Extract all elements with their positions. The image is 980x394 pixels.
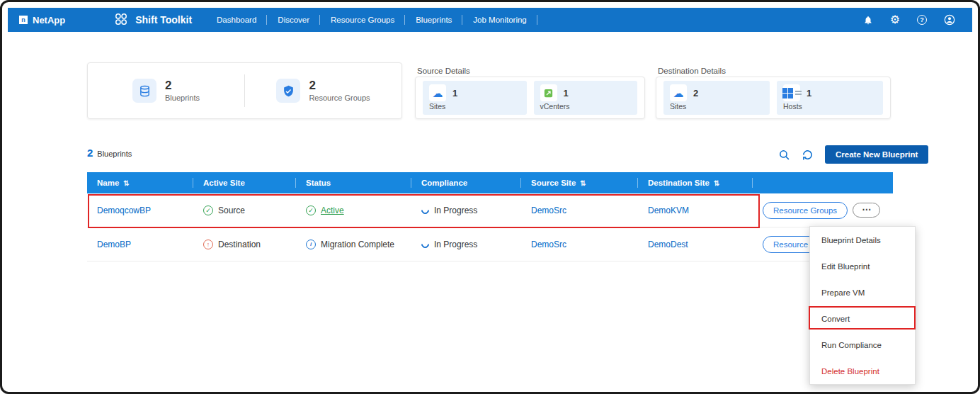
- blueprint-name-link[interactable]: DemoqcowBP: [97, 206, 151, 215]
- column-header-source-site[interactable]: Source Site ⇅: [521, 172, 638, 193]
- menu-item-convert[interactable]: Convert: [810, 305, 915, 332]
- resource-groups-shield-icon: [276, 79, 300, 103]
- blueprints-database-icon: [132, 79, 156, 103]
- compliance-value: In Progress: [434, 240, 477, 249]
- active-site-value: Destination: [218, 240, 261, 249]
- active-site-source-check-icon: ✓: [203, 206, 213, 215]
- nav-item-job-monitoring[interactable]: Job Monitoring: [462, 8, 537, 32]
- source-sites-count: 1: [452, 88, 457, 98]
- column-header-compliance: Compliance: [411, 172, 521, 193]
- netapp-logo: n NetApp: [19, 15, 65, 26]
- nav-item-resource-groups[interactable]: Resource Groups: [320, 8, 405, 32]
- summary-stats-card: 2 Blueprints 2 Resource Groups: [87, 62, 402, 119]
- menu-item-edit-blueprint[interactable]: Edit Blueprint: [810, 253, 915, 279]
- source-site-link[interactable]: DemoSrc: [531, 240, 566, 249]
- help-icon[interactable]: ?: [917, 15, 927, 25]
- status-value: Migration Complete: [321, 240, 394, 249]
- menu-item-run-compliance[interactable]: Run Compliance: [810, 332, 915, 358]
- compliance-value: In Progress: [434, 206, 477, 215]
- blueprints-list-count: 2: [87, 147, 93, 159]
- refresh-icon[interactable]: [802, 149, 814, 161]
- main-nav: Dashboard Discover Resource Groups Bluep…: [206, 8, 537, 32]
- compliance-progress-spinner-icon: [420, 239, 431, 250]
- resource-groups-count-label: Resource Groups: [309, 94, 370, 102]
- cloud-site-icon: ☁: [429, 84, 446, 101]
- blueprints-count: 2: [165, 79, 200, 93]
- source-site-link[interactable]: DemoSrc: [531, 206, 566, 215]
- status-info-icon: i: [306, 240, 316, 249]
- settings-gear-icon[interactable]: ⚙: [890, 14, 900, 26]
- source-details-title: Source Details: [417, 67, 470, 75]
- resource-groups-button[interactable]: Resource Groups: [763, 202, 848, 219]
- hyperv-windows-icon: [783, 84, 800, 101]
- app-window: n NetApp Shift Toolkit Dashboard Discove…: [0, 0, 980, 394]
- table-row-demobp: DemoBP ↑ Destination i Migration Complet…: [87, 227, 893, 261]
- status-active-link[interactable]: Active: [321, 206, 344, 215]
- destination-site-link[interactable]: DemoKVM: [648, 206, 689, 215]
- user-account-icon[interactable]: [944, 14, 955, 26]
- sort-icon[interactable]: ⇅: [123, 179, 129, 187]
- destination-sites-tile: ☁ 2 Sites: [663, 81, 770, 115]
- destination-hosts-tile: 1 Hosts: [777, 81, 883, 115]
- row-actions-ellipsis-button[interactable]: ⋯: [853, 203, 880, 218]
- table-row-demoqcowbp: DemoqcowBP ✓ Source ✓ Active In Progress…: [87, 193, 893, 227]
- notifications-bell-icon[interactable]: [863, 15, 873, 26]
- destination-hosts-count: 1: [807, 88, 811, 98]
- row-actions-context-menu: Blueprint Details Edit Blueprint Prepare…: [809, 226, 916, 385]
- active-site-destination-icon: ↑: [203, 240, 213, 249]
- resource-groups-stat: 2 Resource Groups: [245, 79, 401, 103]
- cloud-site-icon: ☁: [670, 84, 687, 101]
- blueprints-stat: 2 Blueprints: [88, 79, 244, 103]
- column-header-actions: [753, 172, 893, 193]
- menu-item-prepare-vm[interactable]: Prepare VM: [810, 279, 915, 305]
- destination-sites-count: 2: [693, 88, 698, 98]
- sort-icon[interactable]: ⇅: [580, 179, 586, 187]
- shift-toolkit-icon: [113, 11, 129, 29]
- blueprints-list-header: 2 Blueprints: [87, 147, 132, 159]
- column-header-active-site: Active Site: [193, 172, 296, 193]
- destination-sites-label: Sites: [670, 102, 763, 111]
- topbar-actions: ⚙ ?: [863, 14, 955, 26]
- netapp-logo-icon: n: [19, 16, 28, 24]
- app-title-text: Shift Toolkit: [135, 14, 192, 26]
- source-sites-label: Sites: [429, 102, 520, 111]
- top-navigation-bar: n NetApp Shift Toolkit Dashboard Discove…: [8, 8, 972, 32]
- blueprints-count-label: Blueprints: [165, 94, 200, 102]
- vcenter-icon: [540, 84, 557, 101]
- app-title: Shift Toolkit: [113, 11, 192, 29]
- blueprints-list-controls: Create New Blueprint: [778, 145, 928, 164]
- column-header-status: Status: [296, 172, 411, 193]
- destination-details-card: ☁ 2 Sites 1 Hosts: [656, 77, 891, 119]
- sort-icon[interactable]: ⇅: [714, 179, 719, 187]
- menu-item-blueprint-details[interactable]: Blueprint Details: [810, 227, 915, 253]
- source-vcenters-count: 1: [564, 88, 569, 98]
- resource-groups-count: 2: [309, 79, 370, 93]
- search-icon[interactable]: [778, 149, 790, 161]
- destination-details-title: Destination Details: [658, 67, 726, 75]
- blueprints-list-label: Blueprints: [97, 150, 132, 158]
- source-details-card: ☁ 1 Sites 1 vCenters: [415, 77, 645, 119]
- nav-item-dashboard[interactable]: Dashboard: [206, 8, 267, 32]
- status-check-icon: ✓: [306, 206, 316, 215]
- destination-hosts-label: Hosts: [783, 102, 877, 111]
- source-vcenters-label: vCenters: [540, 102, 632, 111]
- menu-item-delete-blueprint[interactable]: Delete Blueprint: [810, 358, 915, 384]
- column-header-destination-site[interactable]: Destination Site ⇅: [638, 172, 753, 193]
- source-vcenters-tile: 1 vCenters: [534, 81, 638, 115]
- blueprint-name-link[interactable]: DemoBP: [97, 240, 131, 249]
- destination-site-link[interactable]: DemoDest: [648, 240, 688, 249]
- column-header-name[interactable]: Name ⇅: [87, 172, 193, 193]
- create-new-blueprint-button[interactable]: Create New Blueprint: [825, 145, 928, 164]
- nav-item-blueprints[interactable]: Blueprints: [405, 8, 462, 32]
- active-site-value: Source: [218, 206, 245, 215]
- blueprints-table-header: Name ⇅ Active Site Status Compliance Sou…: [87, 172, 893, 193]
- nav-item-discover[interactable]: Discover: [267, 8, 320, 32]
- source-sites-tile: ☁ 1 Sites: [423, 81, 527, 115]
- compliance-progress-spinner-icon: [420, 205, 431, 216]
- netapp-brand-text: NetApp: [33, 15, 65, 26]
